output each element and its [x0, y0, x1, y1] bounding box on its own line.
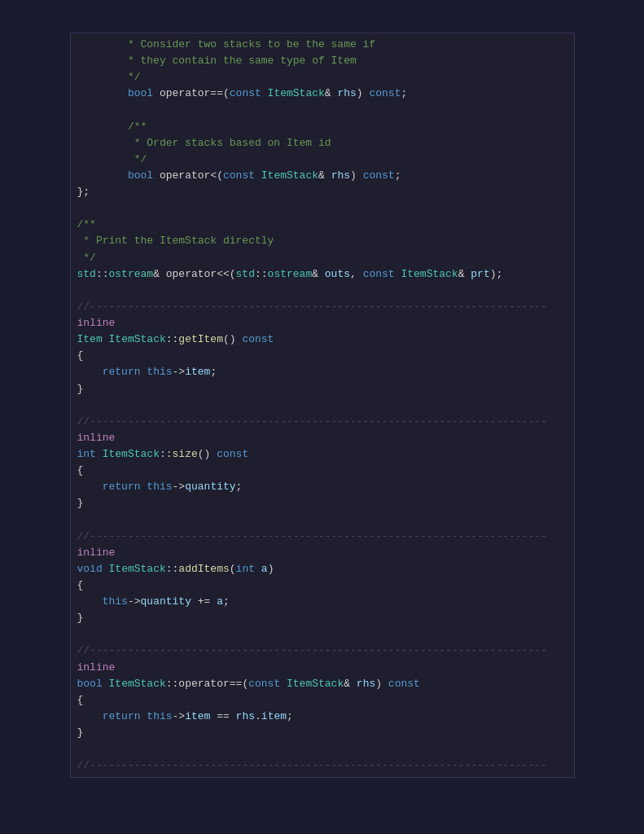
code-token: (): [198, 448, 217, 460]
code-token: };: [77, 186, 90, 198]
code-token: [77, 87, 128, 99]
code-line: [71, 103, 574, 119]
code-line: inline: [71, 545, 574, 561]
code-token: quantity: [141, 595, 191, 608]
code-token: operator==: [160, 87, 223, 99]
code-token: [77, 710, 103, 722]
code-token: getItem: [178, 333, 223, 345]
code-token: ;: [210, 366, 217, 378]
code-line: int ItemStack::size() const: [71, 446, 574, 463]
code-token: ->: [173, 366, 186, 378]
code-token: */: [77, 252, 96, 264]
code-token: prt: [471, 268, 489, 280]
code-token: &: [325, 87, 338, 99]
code-token: ==: [210, 710, 235, 722]
code-token: [96, 448, 103, 460]
code-token: ItemStack: [109, 678, 166, 690]
code-token: +=: [191, 595, 217, 608]
code-token: }: [77, 726, 84, 739]
code-token: ;: [236, 481, 243, 493]
code-token: [77, 366, 103, 378]
code-token: ): [375, 678, 388, 690]
code-token: ::: [96, 268, 109, 280]
code-token: ItemStack: [103, 448, 160, 460]
code-line: * they contain the same type of Item: [71, 53, 574, 69]
code-line: return this->item;: [71, 364, 574, 380]
code-line: /**: [71, 119, 574, 135]
code-token: return: [103, 710, 141, 722]
code-token: ): [357, 87, 370, 99]
code-token: */: [77, 71, 141, 83]
code-line: */: [71, 69, 574, 86]
code-token: ;: [395, 169, 401, 182]
code-token: {: [77, 579, 84, 591]
code-line: bool ItemStack::operator==(const ItemSta…: [71, 676, 574, 692]
code-token: const: [363, 169, 395, 182]
code-token: [261, 87, 268, 99]
code-token: ->: [173, 710, 186, 722]
code-line: Item ItemStack::getItem() const: [71, 331, 574, 348]
code-token: inline: [77, 317, 116, 329]
code-token: * Consider two stacks to be the same if: [77, 38, 376, 50]
code-token: &: [312, 268, 325, 280]
code-line: bool operator==(const ItemStack& rhs) co…: [71, 86, 574, 102]
code-token: const: [388, 678, 420, 690]
code-token: size: [173, 448, 198, 460]
code-token: ::: [160, 448, 173, 460]
code-token: this: [147, 366, 172, 378]
code-token: ::: [166, 333, 179, 345]
code-token: Item: [77, 333, 103, 345]
code-token: [255, 563, 261, 575]
code-line: std::ostream& operator<<(std::ostream& o…: [71, 266, 574, 283]
code-token: bool: [77, 678, 103, 690]
code-token: ItemStack: [268, 87, 325, 99]
code-token: ;: [287, 710, 293, 722]
code-line: }: [71, 725, 574, 741]
code-token: }: [77, 383, 84, 395]
code-line: bool operator<(const ItemStack& rhs) con…: [71, 168, 574, 184]
code-line: inline: [71, 430, 574, 446]
code-token: rhs: [357, 678, 375, 690]
code-token: {: [77, 464, 84, 476]
code-token: [77, 481, 103, 493]
code-line: return this->item == rhs.item;: [71, 709, 574, 725]
code-token: ->: [173, 481, 186, 493]
code-editor: * Consider two stacks to be the same if …: [70, 33, 575, 778]
code-token: bool: [128, 87, 153, 99]
code-line: [71, 512, 574, 529]
code-line: * Order stacks based on Item id: [71, 135, 574, 151]
code-line: [71, 626, 574, 643]
code-token: rhs: [337, 87, 356, 99]
code-token: [255, 169, 261, 182]
code-content: * Consider two stacks to be the same if …: [71, 33, 574, 777]
code-token: const: [363, 268, 395, 280]
code-token: );: [490, 268, 503, 280]
code-line: void ItemStack::addItems(int a): [71, 561, 574, 577]
code-token: item: [185, 366, 210, 378]
code-token: this: [103, 595, 128, 608]
code-line: return this->quantity;: [71, 479, 574, 495]
code-line: //--------------------------------------…: [71, 299, 574, 315]
code-token: (: [230, 563, 236, 575]
code-line: //--------------------------------------…: [71, 643, 574, 659]
code-token: //--------------------------------------…: [77, 644, 547, 656]
code-token: bool: [128, 169, 153, 182]
code-token: inline: [77, 661, 116, 674]
code-token: (): [223, 333, 242, 345]
code-token: ): [268, 563, 274, 575]
code-line: //--------------------------------------…: [71, 529, 574, 545]
code-token: //--------------------------------------…: [77, 301, 547, 313]
code-token: const: [217, 448, 248, 460]
code-token: }: [77, 497, 84, 509]
code-token: operator==: [178, 678, 242, 690]
code-line: * Print the ItemStack directly: [71, 233, 574, 249]
code-token: rhs: [236, 710, 255, 722]
code-line: {: [71, 577, 574, 594]
code-line: * Consider two stacks to be the same if: [71, 37, 574, 53]
code-line: }: [71, 610, 574, 626]
code-token: /**: [77, 218, 96, 230]
code-token: ostream: [268, 268, 313, 280]
code-token: * Print the ItemStack directly: [77, 235, 274, 247]
code-token: operator<: [160, 169, 217, 182]
code-token: inline: [77, 432, 116, 444]
